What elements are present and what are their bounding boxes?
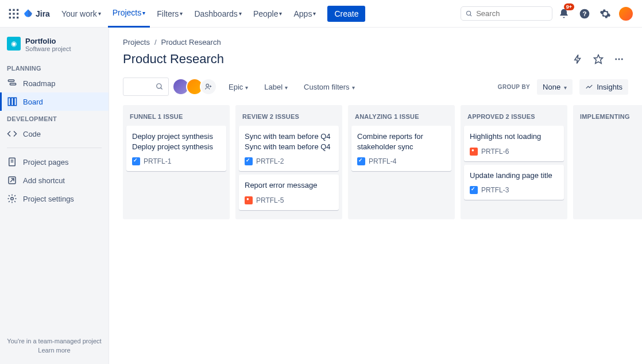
breadcrumb: Projects / Product Research xyxy=(123,38,628,47)
sidebar-code[interactable]: Code xyxy=(0,125,109,143)
section-development: DEVELOPMENT xyxy=(0,111,109,125)
notifications-icon[interactable]: 9+ xyxy=(555,5,573,23)
global-search[interactable] xyxy=(461,6,552,21)
svg-rect-13 xyxy=(8,80,14,82)
card-title: Combine reports for stakeholder sync xyxy=(357,131,446,152)
svg-rect-4 xyxy=(13,13,14,14)
board-toolbar: Epic Label Custom filters GROUP BY None … xyxy=(123,78,628,96)
issue-card[interactable]: Update landing page titlePRTFL-3 xyxy=(464,165,564,200)
code-icon xyxy=(7,129,17,139)
chevron-down-icon: ▾ xyxy=(98,10,101,17)
notification-badge: 9+ xyxy=(564,3,574,10)
sidebar-footer: You're in a team-managed project Learn m… xyxy=(0,332,109,359)
issue-key: PRTFL-2 xyxy=(256,157,284,165)
bug-icon xyxy=(245,196,253,204)
sidebar: ◉ Portfolio Software project PLANNING Ro… xyxy=(0,28,109,364)
issue-key: PRTFL-3 xyxy=(481,186,509,194)
svg-rect-8 xyxy=(17,17,18,18)
sidebar-roadmap[interactable]: Roadmap xyxy=(0,74,109,92)
project-header[interactable]: ◉ Portfolio Software project xyxy=(0,37,109,60)
card-title: Sync with team before Q4 Sync with team … xyxy=(245,131,333,152)
settings-icon[interactable] xyxy=(596,5,614,23)
svg-rect-3 xyxy=(9,13,11,14)
nav-apps[interactable]: Apps▾ xyxy=(289,0,320,28)
insights-button[interactable]: Insights xyxy=(579,79,628,95)
svg-point-26 xyxy=(618,59,620,60)
kanban-board: FUNNEL 1 ISSUEDeploy project synthesis D… xyxy=(123,105,628,219)
sidebar-project-pages[interactable]: Project pages xyxy=(0,153,109,171)
issue-card[interactable]: Combine reports for stakeholder syncPRTF… xyxy=(351,126,451,171)
app-switcher-icon[interactable] xyxy=(7,7,21,21)
task-icon xyxy=(357,157,365,165)
jira-logo[interactable]: Jira xyxy=(23,9,50,19)
search-icon xyxy=(466,10,473,18)
svg-rect-14 xyxy=(10,83,16,85)
epic-filter[interactable]: Epic xyxy=(224,79,253,95)
chevron-down-icon xyxy=(564,83,567,91)
breadcrumb-current[interactable]: Product Research xyxy=(161,38,221,47)
board-column: ANALYZING 1 ISSUECombine reports for sta… xyxy=(348,105,455,219)
svg-point-23 xyxy=(11,198,14,200)
label-filter[interactable]: Label xyxy=(260,79,292,95)
shortcut-icon xyxy=(7,175,17,185)
nav-people[interactable]: People▾ xyxy=(249,0,287,28)
task-icon xyxy=(132,157,140,165)
chevron-down-icon: ▾ xyxy=(142,10,145,16)
nav-dashboards[interactable]: Dashboards▾ xyxy=(189,0,246,28)
svg-point-30 xyxy=(206,84,209,87)
card-title: Update landing page title xyxy=(470,171,558,181)
nav-your-work[interactable]: Your work▾ xyxy=(57,0,106,28)
chevron-down-icon: ▾ xyxy=(313,10,316,17)
issue-card[interactable]: Sync with team before Q4 Sync with team … xyxy=(239,126,339,171)
svg-rect-2 xyxy=(17,9,18,10)
add-people-icon[interactable] xyxy=(200,78,217,95)
issue-key: PRTFL-1 xyxy=(144,157,171,165)
column-header[interactable]: IMPLEMENTING xyxy=(577,109,642,126)
sidebar-project-settings[interactable]: Project settings xyxy=(0,189,109,208)
search-input[interactable] xyxy=(476,9,547,18)
nav-filters[interactable]: Filters▾ xyxy=(152,0,187,28)
create-button[interactable]: Create xyxy=(327,6,365,22)
chevron-down-icon xyxy=(245,83,248,91)
sidebar-add-shortcut[interactable]: Add shortcut xyxy=(0,171,109,189)
profile-avatar[interactable] xyxy=(617,5,635,23)
issue-key: PRTFL-4 xyxy=(369,157,396,165)
column-header[interactable]: FUNNEL 1 ISSUE xyxy=(126,109,226,126)
learn-more-link[interactable]: Learn more xyxy=(6,347,103,354)
automation-icon[interactable] xyxy=(568,50,587,68)
custom-filters[interactable]: Custom filters xyxy=(299,79,359,95)
svg-rect-15 xyxy=(8,98,10,106)
groupby-label: GROUP BY xyxy=(498,84,530,90)
task-icon xyxy=(245,157,253,165)
top-nav: Jira Your work▾ Projects▾ Filters▾ Dashb… xyxy=(0,0,642,28)
card-title: Highlights not loading xyxy=(470,131,558,142)
search-icon xyxy=(156,83,164,91)
svg-line-10 xyxy=(470,14,472,16)
board-search[interactable] xyxy=(123,78,169,96)
issue-card[interactable]: Deploy project synthesis Deploy project … xyxy=(126,126,226,171)
issue-card[interactable]: Highlights not loadingPRTFL-6 xyxy=(464,126,564,161)
help-icon[interactable]: ? xyxy=(575,5,594,23)
chevron-down-icon xyxy=(285,83,288,91)
bug-icon xyxy=(470,148,478,156)
svg-text:?: ? xyxy=(582,10,586,17)
section-planning: PLANNING xyxy=(0,60,109,74)
star-icon[interactable] xyxy=(589,50,608,68)
groupby-select[interactable]: None xyxy=(537,79,573,95)
card-title: Deploy project synthesis Deploy project … xyxy=(132,131,221,152)
assignee-filter[interactable] xyxy=(176,78,217,95)
sidebar-board[interactable]: Board xyxy=(0,92,109,111)
svg-point-28 xyxy=(157,84,161,88)
roadmap-icon xyxy=(7,78,17,88)
nav-projects[interactable]: Projects▾ xyxy=(108,0,150,28)
issue-card[interactable]: Report error messagePRTFL-5 xyxy=(239,175,339,210)
board-column: IMPLEMENTING xyxy=(573,105,642,219)
project-type: Software project xyxy=(25,45,71,52)
board-column: FUNNEL 1 ISSUEDeploy project synthesis D… xyxy=(123,105,230,219)
breadcrumb-projects[interactable]: Projects xyxy=(123,38,150,47)
card-title: Report error message xyxy=(245,180,333,191)
column-header[interactable]: APPROVED 2 ISSUES xyxy=(464,109,564,126)
more-icon[interactable] xyxy=(610,50,628,68)
column-header[interactable]: ANALYZING 1 ISSUE xyxy=(351,109,451,126)
column-header[interactable]: REVIEW 2 ISSUES xyxy=(239,109,339,126)
